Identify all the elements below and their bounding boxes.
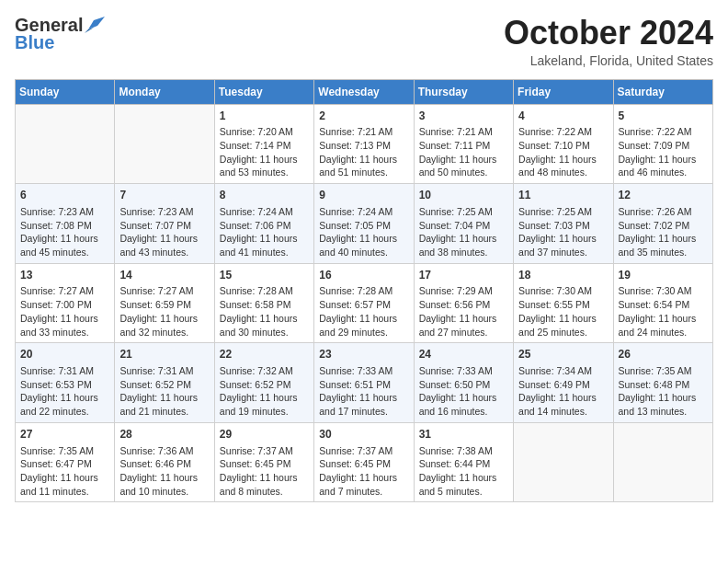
sunset-text: Sunset: 6:45 PM (220, 457, 309, 471)
sunrise-text: Sunrise: 7:22 AM (619, 125, 708, 139)
calendar-cell: 15Sunrise: 7:28 AMSunset: 6:58 PMDayligh… (214, 263, 313, 343)
sunrise-text: Sunrise: 7:21 AM (419, 125, 508, 139)
sunrise-text: Sunrise: 7:23 AM (20, 205, 109, 219)
sunset-text: Sunset: 6:53 PM (20, 378, 109, 392)
daylight-text: Daylight: 11 hours and 48 minutes. (518, 153, 608, 179)
header: General Blue October 2024 Lakeland, Flor… (15, 15, 713, 68)
sunset-text: Sunset: 7:05 PM (319, 219, 408, 233)
sunset-text: Sunset: 6:52 PM (119, 378, 209, 392)
sunrise-text: Sunrise: 7:32 AM (220, 364, 309, 378)
sunrise-text: Sunrise: 7:37 AM (319, 444, 408, 458)
daylight-text: Daylight: 11 hours and 11 minutes. (20, 471, 109, 498)
day-number: 30 (319, 427, 408, 442)
sunset-text: Sunset: 7:09 PM (619, 139, 708, 153)
title-area: October 2024 Lakeland, Florida, United S… (504, 15, 713, 68)
day-header-sunday: Sunday (16, 79, 115, 104)
sunrise-text: Sunrise: 7:31 AM (20, 364, 109, 378)
calendar-cell: 3Sunrise: 7:21 AMSunset: 7:11 PMDaylight… (414, 104, 513, 184)
sunrise-text: Sunrise: 7:22 AM (518, 125, 608, 139)
calendar-header-row: SundayMondayTuesdayWednesdayThursdayFrid… (16, 79, 713, 104)
calendar-cell: 12Sunrise: 7:26 AMSunset: 7:02 PMDayligh… (613, 184, 712, 264)
daylight-text: Daylight: 11 hours and 21 minutes. (119, 391, 209, 418)
day-header-wednesday: Wednesday (314, 79, 414, 104)
sunrise-text: Sunrise: 7:37 AM (220, 444, 309, 458)
sunset-text: Sunset: 6:59 PM (119, 298, 209, 312)
day-number: 17 (419, 268, 508, 283)
sunrise-text: Sunrise: 7:24 AM (220, 205, 309, 219)
calendar-cell: 22Sunrise: 7:32 AMSunset: 6:52 PMDayligh… (214, 343, 313, 423)
day-number: 29 (220, 427, 309, 442)
sunrise-text: Sunrise: 7:27 AM (20, 284, 109, 298)
day-number: 27 (20, 427, 109, 442)
day-number: 10 (419, 188, 508, 203)
calendar-cell (115, 104, 214, 184)
sunrise-text: Sunrise: 7:36 AM (119, 444, 209, 458)
sunset-text: Sunset: 6:52 PM (220, 378, 309, 392)
sunrise-text: Sunrise: 7:28 AM (220, 284, 309, 298)
day-number: 9 (319, 188, 408, 203)
sunrise-text: Sunrise: 7:24 AM (319, 205, 408, 219)
sunrise-text: Sunrise: 7:30 AM (619, 284, 708, 298)
daylight-text: Daylight: 11 hours and 51 minutes. (319, 153, 408, 179)
day-number: 25 (518, 347, 608, 362)
sunrise-text: Sunrise: 7:33 AM (319, 364, 408, 378)
sunset-text: Sunset: 7:13 PM (319, 139, 408, 153)
sunrise-text: Sunrise: 7:35 AM (20, 444, 109, 458)
daylight-text: Daylight: 11 hours and 45 minutes. (20, 232, 109, 259)
location-title: Lakeland, Florida, United States (504, 53, 713, 68)
calendar-cell (613, 422, 712, 502)
day-number: 24 (419, 347, 508, 362)
calendar-cell (16, 104, 115, 184)
calendar-cell: 30Sunrise: 7:37 AMSunset: 6:45 PMDayligh… (314, 422, 414, 502)
sunset-text: Sunset: 6:57 PM (319, 298, 408, 312)
calendar-cell: 26Sunrise: 7:35 AMSunset: 6:48 PMDayligh… (613, 343, 712, 423)
calendar-cell: 13Sunrise: 7:27 AMSunset: 7:00 PMDayligh… (16, 263, 115, 343)
day-number: 18 (518, 268, 608, 283)
day-number: 13 (20, 268, 109, 283)
daylight-text: Daylight: 11 hours and 29 minutes. (319, 312, 408, 339)
day-number: 12 (619, 188, 708, 203)
sunrise-text: Sunrise: 7:21 AM (319, 125, 408, 139)
logo: General Blue (15, 15, 105, 53)
calendar-cell: 24Sunrise: 7:33 AMSunset: 6:50 PMDayligh… (414, 343, 513, 423)
daylight-text: Daylight: 11 hours and 37 minutes. (518, 232, 608, 259)
sunset-text: Sunset: 6:46 PM (119, 457, 209, 471)
day-number: 16 (319, 268, 408, 283)
sunset-text: Sunset: 6:58 PM (220, 298, 309, 312)
calendar-cell: 19Sunrise: 7:30 AMSunset: 6:54 PMDayligh… (613, 263, 712, 343)
sunset-text: Sunset: 6:49 PM (518, 378, 608, 392)
day-header-friday: Friday (514, 79, 613, 104)
day-number: 7 (119, 188, 209, 203)
sunrise-text: Sunrise: 7:38 AM (419, 444, 508, 458)
daylight-text: Daylight: 11 hours and 13 minutes. (619, 391, 708, 418)
sunrise-text: Sunrise: 7:25 AM (419, 205, 508, 219)
sunset-text: Sunset: 7:03 PM (518, 219, 608, 233)
daylight-text: Daylight: 11 hours and 50 minutes. (419, 153, 508, 179)
day-number: 4 (518, 109, 608, 124)
calendar-cell (514, 422, 613, 502)
day-number: 15 (220, 268, 309, 283)
calendar-cell: 10Sunrise: 7:25 AMSunset: 7:04 PMDayligh… (414, 184, 513, 264)
daylight-text: Daylight: 11 hours and 5 minutes. (419, 471, 508, 498)
calendar-cell: 21Sunrise: 7:31 AMSunset: 6:52 PMDayligh… (115, 343, 214, 423)
sunrise-text: Sunrise: 7:26 AM (619, 205, 708, 219)
calendar-cell: 18Sunrise: 7:30 AMSunset: 6:55 PMDayligh… (514, 263, 613, 343)
sunset-text: Sunset: 6:56 PM (419, 298, 508, 312)
daylight-text: Daylight: 11 hours and 53 minutes. (220, 153, 309, 179)
sunrise-text: Sunrise: 7:27 AM (119, 284, 209, 298)
calendar-cell: 9Sunrise: 7:24 AMSunset: 7:05 PMDaylight… (314, 184, 414, 264)
daylight-text: Daylight: 11 hours and 10 minutes. (119, 471, 209, 498)
calendar-cell: 5Sunrise: 7:22 AMSunset: 7:09 PMDaylight… (613, 104, 712, 184)
calendar-cell: 8Sunrise: 7:24 AMSunset: 7:06 PMDaylight… (214, 184, 313, 264)
daylight-text: Daylight: 11 hours and 8 minutes. (220, 471, 309, 498)
calendar-week-row: 27Sunrise: 7:35 AMSunset: 6:47 PMDayligh… (16, 422, 713, 502)
calendar-cell: 31Sunrise: 7:38 AMSunset: 6:44 PMDayligh… (414, 422, 513, 502)
sunset-text: Sunset: 7:02 PM (619, 219, 708, 233)
daylight-text: Daylight: 11 hours and 40 minutes. (319, 232, 408, 259)
sunset-text: Sunset: 6:45 PM (319, 457, 408, 471)
day-number: 31 (419, 427, 508, 442)
calendar-week-row: 6Sunrise: 7:23 AMSunset: 7:08 PMDaylight… (16, 184, 713, 264)
calendar-cell: 1Sunrise: 7:20 AMSunset: 7:14 PMDaylight… (214, 104, 313, 184)
svg-marker-0 (88, 17, 105, 29)
sunset-text: Sunset: 7:04 PM (419, 219, 508, 233)
